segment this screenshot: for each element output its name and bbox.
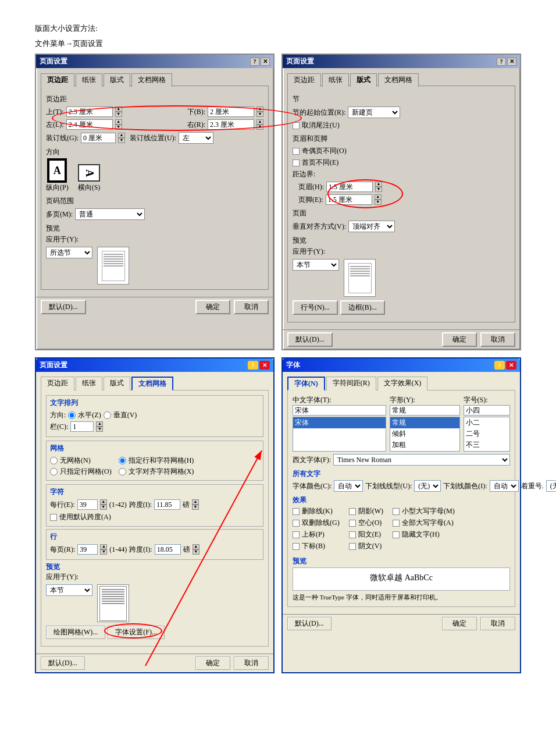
dialog4-size-bu3[interactable]: 不三 [464, 439, 509, 450]
dialog2-apply-select[interactable]: 本节 [293, 259, 339, 271]
dialog4-style-bold[interactable]: 加粗 [390, 439, 459, 450]
dialog2-footer-down[interactable]: ▼ [375, 200, 382, 205]
dialog2-tab-layout[interactable]: 版式 [350, 73, 377, 87]
dialog4-strikethrough-check[interactable] [293, 508, 300, 515]
dialog3-lines-spin[interactable]: ▲ ▼ [100, 544, 107, 555]
dialog3-cancel-btn[interactable]: 取消 [234, 656, 269, 670]
dialog2-tab-paper[interactable]: 纸张 [322, 73, 349, 87]
dialog4-hidden-check[interactable] [393, 531, 400, 538]
dialog3-line-span-up[interactable]: ▲ [193, 544, 199, 549]
dialog4-emboss-check[interactable] [349, 531, 356, 538]
dialog4-close-btn[interactable]: ✕ [506, 361, 516, 370]
dialog4-zh-font-input[interactable] [293, 405, 386, 416]
dialog3-char-span-input[interactable] [154, 499, 180, 510]
dialog3-chars-spin[interactable]: ▲ ▼ [100, 499, 107, 510]
dialog1-right-up[interactable]: ▲ [256, 119, 263, 125]
dialog3-char-span-spin[interactable]: ▲ ▼ [192, 499, 199, 510]
dialog1-tab-margin[interactable]: 页边距 [41, 73, 74, 87]
dialog2-section-start-select[interactable]: 新建页 [348, 107, 400, 118]
dialog1-gutter-up[interactable]: ▲ [118, 133, 125, 138]
dialog2-first-page-check[interactable] [293, 159, 300, 166]
dialog1-right-spin[interactable]: ▲ ▼ [256, 119, 263, 130]
dialog1-help-btn[interactable]: ? [250, 58, 259, 66]
dialog1-gutter-spin[interactable]: ▲ ▼ [118, 133, 125, 143]
dialog1-gutter-down[interactable]: ▼ [118, 138, 125, 143]
dialog2-ok-btn[interactable]: 确定 [442, 332, 477, 347]
dialog4-zh-font-item-songti[interactable]: 宋体 [293, 417, 386, 428]
dialog4-emphasis-select[interactable]: (无) [546, 480, 556, 492]
dialog3-cols-down[interactable]: ▼ [96, 427, 103, 432]
dialog1-bottom-down[interactable]: ▼ [256, 112, 263, 117]
dialog1-cancel-btn[interactable]: 取消 [234, 300, 269, 314]
dialog4-style-list[interactable]: 常规 倾斜 加粗 加粗 倾斜 [390, 417, 460, 452]
dialog2-borders-btn[interactable]: 边框(B)... [340, 300, 385, 315]
dialog4-color-select[interactable]: 自动 [334, 480, 363, 492]
dialog1-tab-layout[interactable]: 版式 [104, 73, 130, 87]
dialog1-right-down[interactable]: ▼ [256, 125, 263, 130]
dialog4-underline-type-select[interactable]: (无) [414, 480, 441, 492]
dialog4-help-btn[interactable]: ? [494, 361, 505, 370]
dialog1-tab-paper[interactable]: 纸张 [76, 73, 102, 87]
dialog1-left-down[interactable]: ▼ [115, 125, 122, 130]
dialog2-default-btn[interactable]: 默认(D)... [287, 332, 333, 347]
dialog2-footer-spin[interactable]: ▲ ▼ [375, 194, 382, 205]
dialog2-close-btn[interactable]: ✕ [507, 58, 516, 66]
dialog4-allcaps-check[interactable] [393, 520, 400, 527]
dialog3-tab-docgrid[interactable]: 文档网格 [131, 377, 173, 391]
dialog4-engrave-check[interactable] [349, 543, 356, 550]
dialog3-default-btn[interactable]: 默认(D)... [41, 656, 85, 670]
dialog3-tab-layout[interactable]: 版式 [104, 377, 130, 391]
dialog1-apply-select[interactable]: 所选节 [46, 247, 92, 258]
dialog2-tab-docgrid[interactable]: 文档网格 [378, 73, 419, 87]
dialog1-pages-select[interactable]: 普通 [75, 208, 145, 220]
dialog1-landscape[interactable]: A 横向(S) [78, 164, 101, 193]
dialog3-drawgrid-btn[interactable]: 绘图网格(W)... [46, 626, 105, 639]
dialog2-odd-even-check[interactable] [293, 148, 300, 155]
dialog4-ok-btn[interactable]: 确定 [442, 617, 477, 630]
dialog1-top-input[interactable] [66, 107, 113, 117]
dialog4-hollow-check[interactable] [349, 520, 356, 527]
dialog2-vertical-select[interactable]: 顶端对齐 [348, 221, 395, 232]
dialog2-cancel-footnote-check[interactable] [293, 122, 300, 129]
dialog1-bottom-up[interactable]: ▲ [256, 107, 263, 112]
dialog3-text-align-radio[interactable] [119, 468, 126, 475]
dialog3-lines-input[interactable] [77, 544, 98, 555]
dialog4-tab-effects[interactable]: 文字效果(X) [377, 377, 428, 391]
dialog4-style-bolditalic[interactable]: 加粗 倾斜 [390, 450, 459, 452]
dialog4-shadow-check[interactable] [349, 508, 356, 515]
dialog2-linenum-btn[interactable]: 行号(N)... [293, 300, 338, 315]
dialog4-cancel-btn[interactable]: 取消 [480, 617, 515, 630]
dialog4-western-font-select[interactable]: Times New Roman [333, 454, 510, 466]
dialog1-portrait[interactable]: A 纵向(P) [46, 159, 69, 193]
dialog4-superscript-check[interactable] [293, 531, 300, 538]
dialog2-footer-input[interactable] [326, 194, 372, 205]
dialog3-line-span-spin[interactable]: ▲ ▼ [193, 544, 199, 555]
dialog3-chars-up[interactable]: ▲ [100, 499, 107, 505]
dialog3-char-span-down[interactable]: ▼ [192, 505, 199, 510]
dialog2-header-spin[interactable]: ▲ ▼ [375, 182, 382, 192]
dialog3-apply-select[interactable]: 本节 [46, 584, 92, 596]
dialog3-specify-line-radio[interactable] [50, 468, 58, 475]
dialog2-header-down[interactable]: ▼ [375, 187, 382, 192]
dialog4-size-input[interactable] [464, 405, 510, 416]
dialog1-left-spin[interactable]: ▲ ▼ [115, 119, 122, 130]
dialog4-size-xiao2[interactable]: 小二 [464, 417, 509, 428]
dialog3-cols-input[interactable] [70, 421, 94, 432]
dialog4-size-4[interactable]: 四号 [464, 450, 509, 452]
dialog1-left-input[interactable] [66, 119, 113, 130]
dialog1-left-up[interactable]: ▲ [115, 119, 122, 125]
dialog3-lines-down[interactable]: ▼ [100, 549, 107, 555]
dialog4-zh-font-list[interactable]: 宋体 [293, 417, 386, 452]
dialog3-specify-lc-radio[interactable] [119, 457, 126, 464]
dialog1-ok-btn[interactable]: 确定 [195, 300, 230, 314]
dialog4-default-btn[interactable]: 默认(D)... [287, 617, 332, 630]
dialog3-line-span-down[interactable]: ▼ [193, 549, 199, 555]
dialog3-cols-up[interactable]: ▲ [96, 421, 103, 427]
dialog3-help-btn[interactable]: ? [248, 361, 258, 370]
dialog2-cancel-btn[interactable]: 取消 [480, 332, 515, 347]
dialog3-chars-input[interactable] [77, 499, 98, 510]
dialog4-style-italic[interactable]: 倾斜 [390, 428, 459, 439]
dialog3-char-span-up[interactable]: ▲ [192, 499, 199, 505]
dialog3-tab-margin[interactable]: 页边距 [41, 377, 74, 391]
dialog3-tab-paper[interactable]: 纸张 [76, 377, 102, 391]
